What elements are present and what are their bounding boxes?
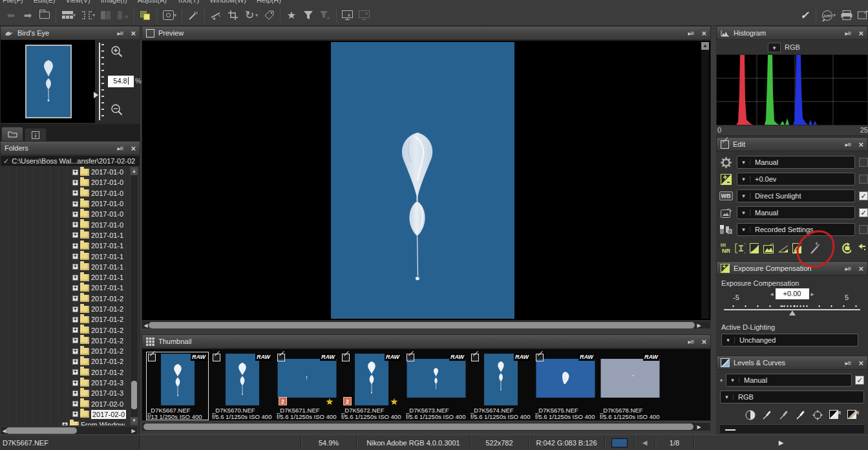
folder-row[interactable]: +2017-02-0 <box>0 399 140 409</box>
thumbnail-horizontal-scrollbar[interactable]: ▶ <box>142 422 711 431</box>
compare-before-after-icon[interactable] <box>137 8 154 23</box>
decrement-icon[interactable]: ◂ <box>770 290 773 297</box>
active-d-lighting-dropdown[interactable]: ▾ Unchanged <box>721 334 858 347</box>
folder-row[interactable]: +2017-01-2 <box>0 336 140 346</box>
thumbnail-item[interactable]: RAW _D7K5673.NEF f/5.6 1/1250s ISO 400 <box>405 352 467 420</box>
panel-close-icon[interactable]: × <box>131 28 136 38</box>
exposure-titlebar[interactable]: Exposure Compensation ▸≡ × <box>716 261 868 275</box>
tone-curve-icon[interactable] <box>750 243 759 253</box>
levels-enabled-checkbox[interactable]: ✓ <box>855 376 864 385</box>
crop-tool-icon[interactable] <box>224 8 241 23</box>
panel-close-icon[interactable]: × <box>701 337 706 347</box>
edit-titlebar[interactable]: Edit ▸≡ × <box>716 137 868 151</box>
preview-titlebar[interactable]: Preview ▸≡ × <box>142 26 711 40</box>
panel-close-icon[interactable]: × <box>858 140 863 149</box>
lch-editor-icon[interactable] <box>792 243 802 253</box>
zoom-dropdown-arrow[interactable]: ▾ <box>174 12 179 18</box>
zoom-in-icon[interactable] <box>111 45 123 58</box>
folder-row[interactable]: +2017-01-0 <box>0 167 140 177</box>
panel-menu-icon[interactable]: ▸≡ <box>845 265 851 272</box>
folder-row[interactable]: +2017-01-2 <box>0 314 140 325</box>
scrollbar-thumb[interactable] <box>6 427 77 434</box>
collapse-arrow-icon[interactable]: ▾ <box>720 378 723 383</box>
panel-menu-icon[interactable]: ▸≡ <box>845 359 851 367</box>
panel-close-icon[interactable]: × <box>858 358 863 368</box>
menu-tool[interactable]: Tool(T) <box>177 0 199 4</box>
row-checkbox[interactable] <box>859 158 868 167</box>
folder-row[interactable]: +2017-01-2 <box>0 325 140 335</box>
folder-row-from-window[interactable]: +From Window <box>0 420 140 425</box>
open-folder-icon[interactable] <box>36 8 53 23</box>
gray-point-eyedropper-icon[interactable] <box>779 410 789 420</box>
auto-contrast-icon[interactable] <box>745 410 756 420</box>
panel-menu-icon[interactable]: ▸≡ <box>118 30 123 37</box>
panel-menu-icon[interactable]: ▸≡ <box>845 141 851 148</box>
folder-row[interactable]: +2017-01-2 <box>0 304 140 314</box>
folder-row[interactable]: +2017-01-1 <box>0 283 140 293</box>
folder-row[interactable]: +2017-01-3 <box>0 378 140 388</box>
preview-image[interactable] <box>331 42 514 319</box>
folder-row[interactable]: +2017-01-3 <box>0 388 140 398</box>
zoom-out-icon[interactable] <box>111 103 123 116</box>
folder-row[interactable]: +2017-01-1 <box>0 241 140 251</box>
thumbnail-titlebar[interactable]: Thumbnail ▸≡ × <box>142 334 711 348</box>
print-icon[interactable] <box>838 8 855 23</box>
panel-menu-icon[interactable]: ▸≡ <box>688 338 694 345</box>
exposure-value-input[interactable]: +0.00 <box>776 288 809 299</box>
levels-ramp-icon[interactable] <box>778 244 788 253</box>
curve-editor-area[interactable] <box>720 424 864 433</box>
folders-horizontal-scrollbar[interactable]: ◀ ▶ <box>0 426 138 435</box>
thumbnail-item[interactable]: RAW _D7K5670.NEF f/5.6 1/1250s ISO 400 <box>211 352 273 420</box>
preview-horizontal-scrollbar[interactable]: ◀ ▶ <box>142 321 711 329</box>
folder-row[interactable]: +2017-01-2 <box>0 346 140 356</box>
previous-image-button[interactable]: ◀ <box>634 435 655 450</box>
folder-row[interactable]: +2017-01-2 <box>0 367 140 378</box>
retouch-brush-icon[interactable] <box>809 242 819 255</box>
scrollbar-thumb[interactable] <box>149 322 695 328</box>
brightness-adjust-icon[interactable] <box>735 243 745 253</box>
recorded-settings-dropdown[interactable]: ▾ Recorded Settings <box>737 223 855 236</box>
folder-row[interactable]: +2017-01-1 <box>0 272 140 283</box>
exposure-dropdown[interactable]: ▾ +0.0ev <box>737 173 855 186</box>
rotate-dropdown-arrow[interactable]: ▾ <box>255 12 260 18</box>
folder-row[interactable]: +2017-01-0 <box>0 198 140 209</box>
preview-vertical-scrollbar[interactable]: ▲ <box>701 42 709 319</box>
viewnx-icon[interactable]: ✓ <box>796 8 813 23</box>
slider-thumb[interactable] <box>789 310 796 316</box>
scroll-up-icon[interactable]: ▲ <box>701 42 709 50</box>
birds-eye-view[interactable] <box>1 40 95 123</box>
birds-eye-thumbnail[interactable] <box>25 45 72 118</box>
histogram-titlebar[interactable]: Histogram ▸≡ × <box>716 26 868 40</box>
open-in-viewer-icon[interactable] <box>339 8 356 23</box>
row-checkbox[interactable]: ✓ <box>859 208 868 217</box>
tab-folders[interactable] <box>1 127 23 141</box>
menu-help[interactable]: Help(H) <box>257 0 281 4</box>
panel-menu-icon[interactable]: ▸≡ <box>845 30 851 37</box>
preview-canvas[interactable]: ▲ <box>142 40 711 321</box>
scroll-right-icon[interactable]: ▶ <box>695 423 703 431</box>
levels-channel-dropdown[interactable]: ▾ RGB <box>720 391 864 403</box>
zoom-value-input[interactable]: 54.8 <box>108 76 134 87</box>
tag-icon[interactable] <box>260 8 277 23</box>
increment-icon[interactable]: ▸ <box>811 290 814 297</box>
forward-icon[interactable]: ➡ <box>19 8 36 23</box>
folder-row[interactable]: +2017-01-2 <box>0 356 140 367</box>
picture-control-dropdown[interactable]: ▾ Manual <box>737 206 855 219</box>
folder-row[interactable]: +2017-01-1 <box>0 251 140 261</box>
levels-mode-dropdown[interactable]: ▾ Manual <box>726 374 852 387</box>
noise-reduction-icon[interactable]: NR <box>720 242 730 254</box>
split-view-icon[interactable] <box>98 8 114 23</box>
back-icon[interactable]: ⬅ <box>3 8 19 23</box>
scroll-down-icon[interactable]: ▼ <box>131 417 138 425</box>
picture-adjust-icon[interactable] <box>763 243 774 253</box>
folder-row[interactable]: +2017-01-1 <box>0 262 140 272</box>
menu-image[interactable]: Image(I) <box>101 0 127 4</box>
panel-close-icon[interactable]: × <box>131 144 136 153</box>
panel-menu-icon[interactable]: ▸≡ <box>688 30 694 37</box>
versions-icon[interactable] <box>841 242 851 254</box>
thumbnail-item[interactable]: RAW 2 ★1 _D7K5671.NEF f/5.6 1/1250s ISO … <box>275 352 338 420</box>
scrollbar-thumb[interactable] <box>143 423 693 430</box>
folder-row[interactable]: +2017-01-2 <box>0 294 140 304</box>
scroll-up-icon[interactable]: ▲ <box>131 167 138 175</box>
folder-row-selected[interactable]: +2017-02-0 <box>0 409 140 420</box>
